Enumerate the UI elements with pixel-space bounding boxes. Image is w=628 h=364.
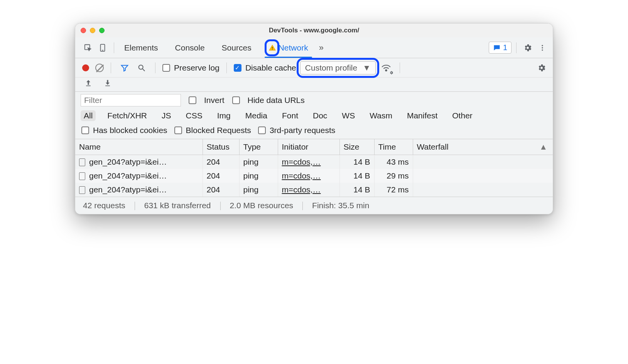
svg-point-6: [542, 47, 543, 48]
chip-doc[interactable]: Doc: [310, 110, 330, 121]
svg-point-5: [542, 45, 543, 46]
chip-font[interactable]: Font: [279, 110, 301, 121]
tab-console[interactable]: Console: [174, 43, 206, 52]
inspect-element-icon[interactable]: [81, 41, 95, 54]
cell-name: gen_204?atyp=i&ei…: [89, 171, 167, 180]
disable-cache-label: Disable cache: [245, 63, 296, 72]
table-header-row: Name Status Type Initiator Size Time Wat…: [75, 139, 553, 155]
cell-status: 204: [203, 183, 239, 197]
advanced-filter-row: Has blocked cookies Blocked Requests 3rd…: [75, 124, 553, 139]
chip-manifest[interactable]: Manifest: [404, 110, 441, 121]
col-waterfall-label: Waterfall: [417, 142, 449, 151]
cell-type: ping: [239, 155, 278, 169]
sort-ascending-icon: ▲: [539, 142, 547, 152]
cell-size: 14 B: [339, 155, 374, 169]
cell-waterfall: [413, 169, 553, 183]
status-finish: Finish: 35.5 min: [302, 201, 369, 210]
chip-img[interactable]: Img: [214, 110, 234, 121]
cell-status: 204: [203, 169, 239, 183]
cell-waterfall: [413, 183, 553, 197]
tab-network[interactable]: Network: [267, 43, 310, 52]
svg-point-8: [139, 65, 143, 69]
table-row[interactable]: gen_204?atyp=i&ei…204pingm=cdos,…14 B72 …: [75, 183, 553, 197]
chip-fetchxhr[interactable]: Fetch/XHR: [104, 110, 150, 121]
file-icon: [79, 186, 85, 194]
disable-cache-checkbox[interactable]: ✓: [234, 64, 241, 72]
blocked-requests-checkbox[interactable]: [174, 126, 182, 134]
clear-button[interactable]: [95, 64, 104, 72]
cell-initiator[interactable]: m=cdos,…: [282, 157, 321, 166]
export-har-icon[interactable]: [84, 79, 92, 87]
table-row[interactable]: gen_204?atyp=i&ei…204pingm=cdos,…14 B29 …: [75, 169, 553, 183]
chip-js[interactable]: JS: [159, 110, 174, 121]
col-waterfall[interactable]: Waterfall▲: [413, 139, 553, 155]
network-conditions-wifi-icon[interactable]: [380, 61, 393, 74]
search-icon[interactable]: [135, 61, 148, 74]
separator: [111, 62, 111, 73]
cell-initiator[interactable]: m=cdos,…: [282, 171, 321, 180]
throttling-select[interactable]: Custom profile ▼: [300, 61, 376, 74]
third-party-checkbox[interactable]: [258, 126, 266, 134]
chip-other[interactable]: Other: [449, 110, 476, 121]
invert-checkbox[interactable]: [189, 96, 196, 104]
tab-elements[interactable]: Elements: [123, 43, 160, 52]
settings-gear-icon[interactable]: [521, 41, 534, 54]
status-bar: 42 requests 631 kB transferred 2.0 MB re…: [75, 197, 553, 214]
col-initiator[interactable]: Initiator: [278, 139, 339, 155]
tab-sources[interactable]: Sources: [220, 43, 253, 52]
issues-button[interactable]: 1: [489, 42, 512, 54]
blocked-requests-label: Blocked Requests: [186, 126, 251, 135]
blocked-cookies-checkbox[interactable]: [81, 126, 89, 134]
resource-type-chips: All Fetch/XHR JS CSS Img Media Font Doc …: [75, 109, 553, 124]
har-tools-row: [75, 78, 553, 92]
window-titlebar: DevTools - www.google.com/: [75, 24, 553, 37]
file-icon: [79, 172, 85, 180]
cell-name: gen_204?atyp=i&ei…: [89, 157, 167, 166]
main-tabs-row: Elements Console Sources Network » 1: [75, 37, 553, 58]
window-title: DevTools - www.google.com/: [75, 27, 553, 34]
col-type[interactable]: Type: [239, 139, 278, 155]
hide-data-urls-checkbox[interactable]: [232, 96, 240, 104]
chip-css[interactable]: CSS: [183, 110, 206, 121]
file-icon: [79, 158, 85, 166]
preserve-log-checkbox[interactable]: [162, 64, 170, 72]
chip-ws[interactable]: WS: [339, 110, 358, 121]
devtools-window: DevTools - www.google.com/ Elements Cons…: [75, 23, 553, 214]
col-size[interactable]: Size: [339, 139, 374, 155]
device-toggle-icon[interactable]: [96, 41, 109, 54]
highlight-throttling: [297, 58, 379, 78]
filter-row: Invert Hide data URLs: [75, 92, 553, 109]
import-har-icon[interactable]: [104, 79, 111, 87]
svg-point-7: [542, 49, 543, 51]
chip-media[interactable]: Media: [242, 110, 270, 121]
filter-toggle-icon[interactable]: [118, 61, 131, 74]
svg-rect-11: [86, 86, 91, 86]
separator: [516, 42, 517, 53]
cell-size: 14 B: [339, 169, 374, 183]
cell-initiator[interactable]: m=cdos,…: [282, 185, 321, 194]
status-resources: 2.0 MB resources: [220, 201, 294, 210]
more-tabs-chevron-icon[interactable]: »: [319, 43, 324, 53]
separator: [400, 62, 400, 73]
filter-input[interactable]: [81, 94, 181, 106]
cell-time: 29 ms: [374, 169, 413, 183]
cell-name: gen_204?atyp=i&ei…: [89, 185, 167, 194]
cell-type: ping: [239, 169, 278, 183]
table-row[interactable]: gen_204?atyp=i&ei…204pingm=cdos,…14 B43 …: [75, 155, 553, 169]
panel-tabs: Elements Console Sources Network: [123, 43, 310, 52]
more-menu-icon[interactable]: [536, 41, 549, 54]
col-time[interactable]: Time: [374, 139, 413, 155]
col-name[interactable]: Name: [75, 139, 203, 155]
chip-wasm[interactable]: Wasm: [366, 110, 395, 121]
status-requests: 42 requests: [83, 201, 125, 210]
record-button[interactable]: [82, 64, 89, 71]
cell-time: 72 ms: [374, 183, 413, 197]
svg-rect-3: [272, 47, 273, 48]
col-status[interactable]: Status: [203, 139, 239, 155]
cell-time: 43 ms: [374, 155, 413, 169]
third-party-label: 3rd-party requests: [270, 126, 335, 135]
network-settings-gear-icon[interactable]: [535, 61, 548, 74]
svg-line-9: [143, 69, 145, 71]
chip-all[interactable]: All: [81, 110, 96, 121]
network-toolbar: Preserve log ✓ Disable cache Custom prof…: [75, 58, 553, 78]
